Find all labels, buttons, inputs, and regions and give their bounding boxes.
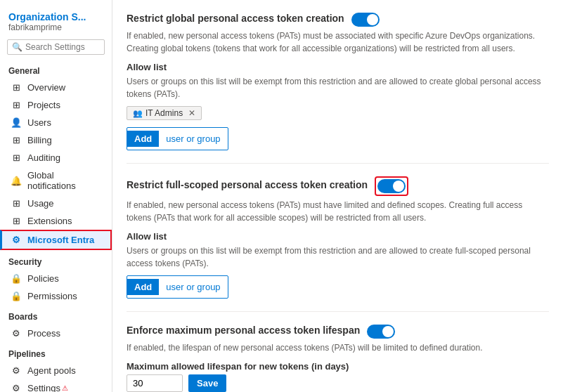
sidebar-item-users[interactable]: 👤 Users (0, 114, 112, 131)
sidebar-item-label: Permissions (27, 291, 77, 301)
agent-pools-icon: ⚙ (11, 365, 22, 376)
add-label-2: Add (127, 279, 159, 295)
sidebar-item-settings[interactable]: ⚙ Settings ⚠ (0, 379, 112, 392)
allow-list-desc-1: Users or groups on this list will be exe… (127, 75, 549, 100)
section-pipelines-title: Pipelines (0, 342, 112, 362)
search-settings-box[interactable]: 🔍 (7, 39, 105, 55)
sidebar-item-label: Extensions (27, 216, 72, 226)
sidebar-item-label: Auditing (27, 152, 60, 163)
restrict-full-scoped-pat-toggle[interactable] (377, 179, 406, 193)
tag-close-button[interactable]: ✕ (188, 108, 195, 118)
sidebar-item-label: Users (27, 117, 51, 128)
sidebar-item-process[interactable]: ⚙ Process (0, 325, 112, 342)
search-icon: 🔍 (12, 42, 22, 52)
restrict-full-scoped-pat-title: Restrict full-scoped personal access tok… (127, 179, 368, 190)
toggle-highlight-box (375, 176, 408, 196)
process-icon: ⚙ (11, 328, 22, 339)
org-header: Organization S... fabrikamprime (0, 6, 112, 35)
billing-icon: ⊞ (11, 135, 22, 145)
add-label-1: Add (127, 131, 159, 147)
enforce-lifespan-desc: If enabled, the lifespan of new personal… (127, 341, 549, 354)
settings-icon: ⚙ (11, 383, 22, 392)
lifespan-label: Maximum allowed lifespan for new tokens … (127, 361, 549, 372)
add-user-group-button-1[interactable]: Add user or group (127, 127, 228, 150)
sidebar: Organization S... fabrikamprime 🔍 Genera… (0, 0, 112, 392)
restrict-global-pat-desc: If enabled, new personal access tokens (… (127, 30, 549, 55)
allow-list-title-1: Allow list (127, 62, 549, 72)
users-icon: 👤 (11, 117, 22, 128)
entra-icon: ⚙ (11, 235, 22, 245)
notifications-icon: 🔔 (11, 176, 22, 186)
restrict-full-scoped-pat-section: Restrict full-scoped personal access tok… (127, 164, 549, 312)
sidebar-item-label: Settings (27, 383, 60, 392)
group-icon: 👥 (133, 109, 143, 118)
auditing-icon: ⊞ (11, 152, 22, 163)
section-general-title: General (0, 59, 112, 79)
tag-list-1: 👥 IT Admins ✕ (127, 106, 549, 120)
enforce-lifespan-section: Enforce maximum personal access token li… (127, 312, 549, 392)
sidebar-item-auditing[interactable]: ⊞ Auditing (0, 149, 112, 166)
sidebar-item-permissions[interactable]: 🔒 Permissions (0, 287, 112, 305)
add-text-2: user or group (159, 279, 227, 295)
enforce-lifespan-toggle[interactable] (367, 325, 395, 339)
org-name: Organization S... (8, 11, 103, 22)
sidebar-item-usage[interactable]: ⊞ Usage (0, 195, 112, 212)
sidebar-item-agent-pools[interactable]: ⚙ Agent pools (0, 362, 112, 379)
setting-title-row-3: Enforce maximum personal access token li… (127, 325, 549, 339)
sidebar-item-label: Process (27, 328, 60, 339)
sidebar-item-label: Billing (27, 135, 52, 145)
sidebar-item-label: Projects (27, 100, 60, 110)
enforce-lifespan-title: Enforce maximum personal access token li… (127, 325, 360, 336)
lifespan-input-row: Save (127, 374, 549, 392)
restrict-global-pat-title: Restrict global personal access token cr… (127, 13, 344, 24)
sidebar-item-label: Global notifications (27, 170, 103, 191)
sidebar-item-global-notifications[interactable]: 🔔 Global notifications (0, 166, 112, 195)
sidebar-item-extensions[interactable]: ⊞ Extensions (0, 212, 112, 230)
tag-label: IT Admins (145, 108, 183, 118)
permissions-icon: 🔒 (11, 291, 22, 301)
sidebar-item-label: Overview (27, 82, 65, 93)
add-user-group-button-2[interactable]: Add user or group (127, 275, 228, 299)
restrict-full-scoped-pat-desc: If enabled, new personal access tokens (… (127, 199, 549, 224)
sidebar-item-microsoft-entra[interactable]: ⚙ Microsoft Entra (0, 230, 112, 250)
sidebar-item-label: Policies (27, 273, 59, 284)
policies-icon: 🔒 (11, 273, 22, 284)
settings-warning-icon: ⚠ (62, 384, 68, 392)
section-boards-title: Boards (0, 305, 112, 325)
restrict-global-pat-toggle[interactable] (351, 13, 380, 27)
usage-icon: ⊞ (11, 198, 22, 209)
sidebar-item-policies[interactable]: 🔒 Policies (0, 270, 112, 287)
sidebar-item-billing[interactable]: ⊞ Billing (0, 131, 112, 149)
section-security-title: Security (0, 250, 112, 270)
allow-list-desc-2: Users or groups on this list will be exe… (127, 244, 549, 270)
setting-title-row-2: Restrict full-scoped personal access tok… (127, 176, 549, 196)
lifespan-input[interactable] (127, 374, 183, 392)
sidebar-item-label: Microsoft Entra (27, 235, 94, 245)
setting-title-row-1: Restrict global personal access token cr… (127, 13, 549, 27)
sidebar-item-label: Agent pools (27, 365, 76, 376)
restrict-global-pat-section: Restrict global personal access token cr… (127, 0, 549, 164)
it-admins-tag: 👥 IT Admins ✕ (127, 106, 202, 120)
save-button[interactable]: Save (188, 374, 226, 392)
extensions-icon: ⊞ (11, 216, 22, 226)
add-text-1: user or group (159, 131, 227, 147)
sidebar-item-projects[interactable]: ⊞ Projects (0, 96, 112, 114)
main-content: Restrict global personal access token cr… (112, 0, 563, 392)
sidebar-item-label: Usage (27, 198, 54, 209)
projects-icon: ⊞ (11, 100, 22, 110)
sidebar-item-overview[interactable]: ⊞ Overview (0, 79, 112, 96)
allow-list-title-2: Allow list (127, 231, 549, 242)
org-sub: fabrikamprime (8, 22, 103, 32)
overview-icon: ⊞ (11, 82, 22, 93)
search-input[interactable] (25, 42, 100, 52)
